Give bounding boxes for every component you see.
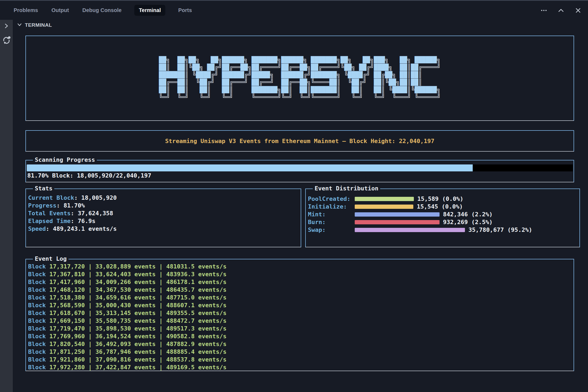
progress-status: 81.70% Block: 18,005,920/22,040,197 <box>27 171 573 180</box>
log-row: Block 17,769,960 | 36,194,524 events | 4… <box>28 332 574 340</box>
stats-box: Stats Current Block: 18,005,920Progress:… <box>25 189 301 247</box>
event-log-title: Event Log <box>33 255 68 262</box>
tab-problems[interactable]: Problems <box>13 5 39 16</box>
subtitle-box: Streaming Uniswap V3 Events from Ethereu… <box>25 130 574 152</box>
progress-bar-fill <box>27 164 473 171</box>
distribution-rows: PoolCreated:15,589 (0.0%)Initialize:15,5… <box>308 195 579 234</box>
log-row: Block 17,871,250 | 36,787,946 events | 4… <box>28 348 574 356</box>
stat-row: Current Block: 18,005,920 <box>28 194 301 202</box>
log-row: Block 17,518,380 | 34,659,616 events | 4… <box>28 294 574 301</box>
scanning-progress-box: Scanning Progress 81.70% Block: 18,005,9… <box>25 160 574 182</box>
panel-tab-bar: ProblemsOutputDebug ConsoleTerminalPorts <box>0 1 588 20</box>
terminal-side-strip <box>0 20 13 392</box>
panel-body: TERMINAL ██╗ ██╗██╗ ██╗██████╗ ███████╗█… <box>0 20 588 392</box>
stat-row: Progress: 81.70% <box>28 202 301 209</box>
log-row: Block 17,568,590 | 35,000,430 events | 4… <box>28 301 574 309</box>
event-log-box: Event Log Block 17,317,720 | 33,028,889 … <box>25 259 574 371</box>
panel-controls <box>540 1 582 20</box>
scanning-progress-title: Scanning Progress <box>33 156 97 163</box>
event-distribution-box: Event Distribution PoolCreated:15,589 (0… <box>305 189 580 247</box>
distribution-row: Swap:35,780,677 (95.2%) <box>308 226 579 234</box>
terminal-header[interactable]: TERMINAL <box>17 22 52 28</box>
distribution-bar <box>355 228 465 232</box>
distribution-bar <box>355 205 413 209</box>
log-row: Block 17,618,670 | 35,313,145 events | 4… <box>28 309 574 317</box>
sync-icon[interactable] <box>2 36 11 46</box>
distribution-row: PoolCreated:15,589 (0.0%) <box>308 195 579 203</box>
hypersync-banner: ██╗ ██╗██╗ ██╗██████╗ ███████╗██████╗ ██… <box>159 56 441 101</box>
tab-terminal[interactable]: Terminal <box>134 5 165 16</box>
stat-row: Elapsed Time: 76.9s <box>28 217 301 225</box>
more-actions-icon[interactable] <box>540 7 547 14</box>
log-row: Block 17,417,960 | 34,009,266 events | 4… <box>28 278 574 286</box>
stat-row: Speed: 489,243.1 events/s <box>28 225 301 233</box>
terminal-viewport[interactable]: TERMINAL ██╗ ██╗██╗ ██╗██████╗ ███████╗█… <box>13 20 588 392</box>
stats-title: Stats <box>33 185 54 192</box>
event-distribution-title: Event Distribution <box>313 185 380 192</box>
log-row: Block 17,367,810 | 33,624,403 events | 4… <box>28 270 574 278</box>
log-row: Block 17,468,120 | 34,367,530 events | 4… <box>28 286 574 294</box>
distribution-row: Initialize:15,545 (0.0%) <box>308 203 579 210</box>
log-row: Block 17,317,720 | 33,028,889 events | 4… <box>28 263 574 270</box>
close-panel-icon[interactable] <box>575 7 582 14</box>
log-row: Block 17,921,860 | 37,090,816 events | 4… <box>28 356 574 363</box>
terminal-header-label: TERMINAL <box>25 22 52 28</box>
tab-debug-console[interactable]: Debug Console <box>82 5 122 16</box>
banner-box: ██╗ ██╗██╗ ██╗██████╗ ███████╗██████╗ ██… <box>25 36 574 121</box>
log-row: Block 17,972,280 | 37,422,847 events | 4… <box>28 363 574 371</box>
log-row: Block 17,669,150 | 35,580,735 events | 4… <box>28 317 574 325</box>
stat-row: Total Events: 37,624,358 <box>28 209 301 217</box>
stream-subtitle: Streaming Uniswap V3 Events from Ethereu… <box>165 138 434 144</box>
stats-rows: Current Block: 18,005,920Progress: 81.70… <box>28 194 301 233</box>
distribution-row: Mint:842,346 (2.2%) <box>308 210 579 218</box>
tab-ports[interactable]: Ports <box>178 5 192 16</box>
distribution-row: Burn:932,269 (2.5%) <box>308 218 579 226</box>
expand-chevron-icon[interactable] <box>3 23 9 30</box>
distribution-bar <box>355 197 414 201</box>
log-row: Block 17,719,470 | 35,898,530 events | 4… <box>28 325 574 332</box>
tab-output[interactable]: Output <box>51 5 70 16</box>
log-rows: Block 17,317,720 | 33,028,889 events | 4… <box>28 263 574 371</box>
distribution-bar <box>355 212 440 217</box>
log-row: Block 17,820,540 | 36,492,093 events | 4… <box>28 340 574 348</box>
progress-bar <box>27 164 573 171</box>
chevron-down-icon <box>17 22 22 28</box>
distribution-bar <box>355 220 440 224</box>
maximize-panel-icon[interactable] <box>558 7 564 14</box>
